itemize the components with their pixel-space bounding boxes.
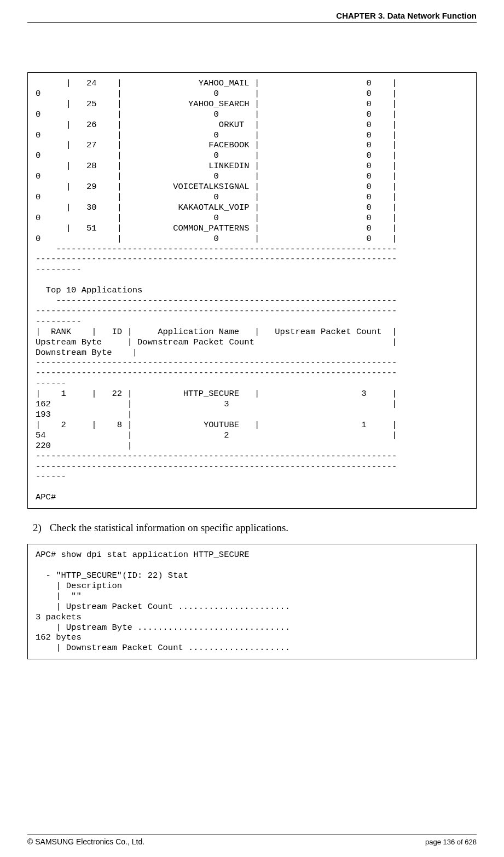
- step-number: 2): [33, 522, 47, 534]
- step-2-description: 2) Check the statistical information on …: [27, 522, 477, 534]
- page-footer: © SAMSUNG Electronics Co., Ltd. page 136…: [27, 835, 477, 846]
- page: CHAPTER 3. Data Network Function | 24 | …: [0, 0, 504, 857]
- chapter-header: CHAPTER 3. Data Network Function: [27, 11, 477, 20]
- terminal-output-1: | 24 | YAHOO_MAIL | 0 | 0 | 0 | 0 | | 25…: [27, 72, 477, 509]
- footer-copyright: © SAMSUNG Electronics Co., Ltd.: [27, 837, 144, 846]
- content-area: | 24 | YAHOO_MAIL | 0 | 0 | 0 | 0 | | 25…: [27, 23, 477, 830]
- step-text: Check the statistical information on spe…: [50, 522, 288, 533]
- terminal-output-2: APC# show dpi stat application HTTP_SECU…: [27, 544, 477, 659]
- footer-page-number: page 136 of 628: [425, 838, 477, 846]
